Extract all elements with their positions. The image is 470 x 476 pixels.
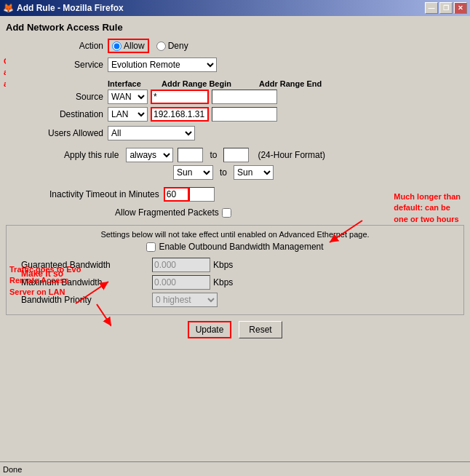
dest-inputs: LAN [108, 107, 277, 122]
deny-label: Deny [168, 41, 188, 51]
interface-header: Interface [108, 79, 159, 88]
statusbar: Done [0, 461, 470, 476]
fragment-label: Allow Fragmented Packets [115, 207, 219, 218]
time-to[interactable] [223, 148, 249, 162]
inactivity-extra[interactable] [189, 187, 215, 202]
apply-label: Apply this rule [64, 150, 119, 160]
service-row: Service Evolution Remote [6, 57, 464, 72]
priority-select: 0 highest [152, 293, 218, 307]
addr-begin-header: Addr Range Begin [162, 79, 256, 88]
users-select[interactable]: All [108, 126, 195, 140]
dest-row: Destination LAN [6, 107, 464, 122]
enable-bw-row: Enable Outbound Bandwidth Management [14, 242, 456, 252]
dest-addr-begin[interactable] [151, 107, 209, 122]
inactivity-label: Inactivity Timeout in Minutes [49, 189, 159, 199]
inactivity-input[interactable] [164, 187, 189, 202]
page-title: Add Network Access Rule [6, 22, 464, 33]
reset-button[interactable]: Reset [239, 321, 282, 338]
source-addr-begin[interactable] [151, 90, 209, 104]
allow-option[interactable]: Allow [108, 39, 149, 53]
time-from[interactable] [178, 148, 203, 162]
action-row: Action Allow Deny [6, 39, 464, 53]
enable-bw-checkbox[interactable] [146, 242, 156, 252]
guaranteed-bw-input [152, 258, 210, 272]
close-button[interactable]: ✕ [454, 2, 467, 14]
users-row: Users Allowed All [6, 126, 464, 140]
source-addr-end[interactable] [212, 90, 277, 104]
status-text: Done [3, 465, 22, 474]
to-label1: to [210, 150, 217, 160]
max-bw-unit: Kbps [213, 277, 233, 287]
dest-label: Destination [6, 109, 108, 119]
deny-radio[interactable] [156, 41, 166, 51]
annotation-traffic: Traffic goes to EvoRemote AccessServer o… [9, 264, 81, 298]
svg-line-3 [97, 304, 111, 326]
fragment-checkbox[interactable] [222, 208, 231, 218]
minimize-button[interactable]: — [425, 2, 438, 14]
form-area: Action Allow Deny Service Evolution Remo… [6, 39, 464, 338]
grid-headers: Interface Addr Range Begin Addr Range En… [108, 79, 464, 88]
restore-button[interactable]: ❐ [439, 2, 453, 14]
max-bw-input [152, 275, 210, 290]
day-from-select[interactable]: Sun [173, 165, 213, 180]
guaranteed-bw-unit: Kbps [213, 260, 233, 270]
window-body: Add Network Access Rule Connectionsallow… [0, 16, 470, 461]
day-to-select[interactable]: Sun [234, 165, 274, 180]
source-row: Source WAN [6, 90, 464, 104]
window-controls: — ❐ ✕ [425, 2, 467, 14]
source-inputs: WAN [108, 90, 277, 104]
service-label: Service [6, 60, 108, 70]
update-button[interactable]: Update [188, 321, 231, 338]
annotation-longer: Much longer thandefault: can beone or tw… [394, 191, 461, 225]
arrow-traffic [9, 301, 111, 330]
apply-select[interactable]: always [126, 148, 173, 162]
arrow-longer [322, 217, 366, 246]
action-radio-group: Allow Deny [108, 39, 188, 53]
service-select[interactable]: Evolution Remote [108, 57, 217, 72]
deny-option[interactable]: Deny [156, 41, 188, 51]
title-text: Add Rule - Mozilla Firefox [17, 3, 124, 13]
to-label2: to [220, 167, 227, 178]
title-bar: 🦊 Add Rule - Mozilla Firefox — ❐ ✕ [0, 0, 470, 16]
format-label: (24-Hour Format) [258, 150, 325, 160]
day-row: Sun to Sun [173, 165, 464, 180]
allow-label: Allow [124, 41, 145, 51]
svg-line-1 [330, 221, 362, 242]
info-text: Settings below will not take effect unti… [14, 230, 456, 239]
action-label: Action [6, 41, 108, 51]
source-label: Source [6, 92, 108, 102]
apply-row: Apply this rule always to (24-Hour Forma… [64, 148, 464, 162]
dest-addr-end[interactable] [212, 107, 277, 122]
allow-radio[interactable] [112, 41, 122, 51]
addr-end-header: Addr Range End [259, 79, 332, 88]
users-label: Users Allowed [6, 128, 108, 138]
guaranteed-bw-row: Guaranteed Bandwidth Kbps [21, 258, 456, 272]
dest-interface-select[interactable]: LAN [108, 107, 148, 122]
firefox-icon: 🦊 [3, 3, 14, 13]
enable-bw-label: Enable Outbound Bandwidth Management [159, 242, 323, 252]
source-interface-select[interactable]: WAN [108, 90, 148, 104]
